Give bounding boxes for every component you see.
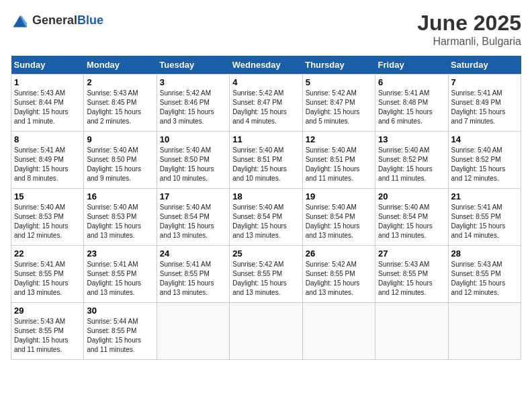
calendar-day-cell: 6Sunrise: 5:41 AMSunset: 8:48 PMDaylight… <box>375 75 448 132</box>
day-number: 20 <box>378 191 445 201</box>
calendar-weekday-header: Saturday <box>448 56 521 75</box>
day-number: 8 <box>14 134 81 144</box>
day-number: 9 <box>87 134 153 144</box>
day-number: 15 <box>14 191 81 201</box>
day-number: 10 <box>160 134 226 144</box>
day-info: Sunrise: 5:40 AMSunset: 8:54 PMDaylight:… <box>160 203 226 240</box>
day-info: Sunrise: 5:40 AMSunset: 8:50 PMDaylight:… <box>87 146 153 183</box>
calendar-day-cell: 12Sunrise: 5:40 AMSunset: 8:51 PMDayligh… <box>302 132 375 189</box>
day-number: 30 <box>87 306 153 316</box>
day-number: 28 <box>451 248 518 259</box>
calendar-weekday-header: Sunday <box>11 56 84 75</box>
day-number: 13 <box>378 134 445 144</box>
calendar-day-cell: 18Sunrise: 5:40 AMSunset: 8:54 PMDayligh… <box>230 189 302 246</box>
day-info: Sunrise: 5:42 AMSunset: 8:55 PMDaylight:… <box>232 260 299 298</box>
day-info: Sunrise: 5:40 AMSunset: 8:54 PMDaylight:… <box>232 203 299 240</box>
day-number: 2 <box>87 77 153 87</box>
day-info: Sunrise: 5:40 AMSunset: 8:50 PMDaylight:… <box>160 146 226 183</box>
day-number: 14 <box>451 134 518 144</box>
day-info: Sunrise: 5:40 AMSunset: 8:51 PMDaylight:… <box>232 146 299 183</box>
day-info: Sunrise: 5:42 AMSunset: 8:47 PMDaylight:… <box>306 89 372 126</box>
day-number: 26 <box>306 248 372 259</box>
calendar-day-cell <box>375 303 448 360</box>
calendar-day-cell: 1Sunrise: 5:43 AMSunset: 8:44 PMDaylight… <box>11 75 84 132</box>
day-info: Sunrise: 5:42 AMSunset: 8:55 PMDaylight:… <box>306 260 372 298</box>
calendar-day-cell: 10Sunrise: 5:40 AMSunset: 8:50 PMDayligh… <box>157 132 229 189</box>
day-number: 27 <box>378 248 445 259</box>
calendar-day-cell: 7Sunrise: 5:41 AMSunset: 8:49 PMDaylight… <box>448 75 521 132</box>
calendar-day-cell: 9Sunrise: 5:40 AMSunset: 8:50 PMDaylight… <box>84 132 157 189</box>
day-info: Sunrise: 5:40 AMSunset: 8:52 PMDaylight:… <box>378 146 445 183</box>
calendar-weekday-header: Friday <box>375 56 448 75</box>
calendar-day-cell: 27Sunrise: 5:43 AMSunset: 8:55 PMDayligh… <box>375 246 448 303</box>
calendar-day-cell <box>302 303 375 360</box>
calendar-week-row: 8Sunrise: 5:41 AMSunset: 8:49 PMDaylight… <box>11 132 521 189</box>
day-number: 1 <box>14 77 81 87</box>
calendar-day-cell <box>230 303 302 360</box>
calendar-day-cell: 13Sunrise: 5:40 AMSunset: 8:52 PMDayligh… <box>375 132 448 189</box>
calendar-day-cell: 23Sunrise: 5:41 AMSunset: 8:55 PMDayligh… <box>84 246 157 303</box>
day-number: 29 <box>14 306 81 316</box>
day-number: 22 <box>14 248 81 259</box>
day-number: 19 <box>306 191 372 201</box>
day-number: 7 <box>451 77 518 87</box>
calendar-table: SundayMondayTuesdayWednesdayThursdayFrid… <box>11 56 521 360</box>
logo: GeneralBlue <box>11 11 103 30</box>
day-number: 5 <box>306 77 372 87</box>
day-info: Sunrise: 5:41 AMSunset: 8:49 PMDaylight:… <box>451 89 518 126</box>
day-number: 11 <box>232 134 299 144</box>
calendar-day-cell: 21Sunrise: 5:41 AMSunset: 8:55 PMDayligh… <box>448 189 521 246</box>
calendar-day-cell: 2Sunrise: 5:43 AMSunset: 8:45 PMDaylight… <box>84 75 157 132</box>
calendar-day-cell: 5Sunrise: 5:42 AMSunset: 8:47 PMDaylight… <box>302 75 375 132</box>
calendar-day-cell: 4Sunrise: 5:42 AMSunset: 8:47 PMDaylight… <box>230 75 302 132</box>
location-title: Harmanli, Bulgaria <box>417 36 521 48</box>
day-info: Sunrise: 5:41 AMSunset: 8:49 PMDaylight:… <box>14 146 81 183</box>
day-number: 18 <box>232 191 299 201</box>
calendar-day-cell <box>157 303 229 360</box>
day-number: 21 <box>451 191 518 201</box>
title-area: June 2025 Harmanli, Bulgaria <box>417 11 521 48</box>
calendar-weekday-header: Wednesday <box>230 56 302 75</box>
month-year-title: June 2025 <box>417 11 521 36</box>
calendar-day-cell: 25Sunrise: 5:42 AMSunset: 8:55 PMDayligh… <box>230 246 302 303</box>
calendar-day-cell: 19Sunrise: 5:40 AMSunset: 8:54 PMDayligh… <box>302 189 375 246</box>
calendar-day-cell: 17Sunrise: 5:40 AMSunset: 8:54 PMDayligh… <box>157 189 229 246</box>
calendar-day-cell: 30Sunrise: 5:44 AMSunset: 8:55 PMDayligh… <box>84 303 157 360</box>
calendar-day-cell: 29Sunrise: 5:43 AMSunset: 8:55 PMDayligh… <box>11 303 84 360</box>
calendar-day-cell: 14Sunrise: 5:40 AMSunset: 8:52 PMDayligh… <box>448 132 521 189</box>
logo-text-blue: Blue <box>77 13 103 27</box>
logo-text-general: General <box>32 13 77 27</box>
day-info: Sunrise: 5:43 AMSunset: 8:55 PMDaylight:… <box>14 317 81 355</box>
day-info: Sunrise: 5:42 AMSunset: 8:47 PMDaylight:… <box>232 89 299 126</box>
day-number: 17 <box>160 191 226 201</box>
day-number: 23 <box>87 248 153 259</box>
day-info: Sunrise: 5:42 AMSunset: 8:46 PMDaylight:… <box>160 89 226 126</box>
day-info: Sunrise: 5:40 AMSunset: 8:53 PMDaylight:… <box>14 203 81 240</box>
calendar-day-cell: 16Sunrise: 5:40 AMSunset: 8:53 PMDayligh… <box>84 189 157 246</box>
calendar-body: 1Sunrise: 5:43 AMSunset: 8:44 PMDaylight… <box>11 75 521 360</box>
calendar-header-row: SundayMondayTuesdayWednesdayThursdayFrid… <box>11 56 521 75</box>
calendar-day-cell: 15Sunrise: 5:40 AMSunset: 8:53 PMDayligh… <box>11 189 84 246</box>
day-number: 6 <box>378 77 445 87</box>
calendar-day-cell: 26Sunrise: 5:42 AMSunset: 8:55 PMDayligh… <box>302 246 375 303</box>
day-number: 25 <box>232 248 299 259</box>
day-info: Sunrise: 5:40 AMSunset: 8:54 PMDaylight:… <box>378 203 445 240</box>
calendar-week-row: 15Sunrise: 5:40 AMSunset: 8:53 PMDayligh… <box>11 189 521 246</box>
day-number: 4 <box>232 77 299 87</box>
calendar-day-cell: 22Sunrise: 5:41 AMSunset: 8:55 PMDayligh… <box>11 246 84 303</box>
calendar-week-row: 22Sunrise: 5:41 AMSunset: 8:55 PMDayligh… <box>11 246 521 303</box>
calendar-weekday-header: Thursday <box>302 56 375 75</box>
day-number: 3 <box>160 77 226 87</box>
calendar-day-cell: 11Sunrise: 5:40 AMSunset: 8:51 PMDayligh… <box>230 132 302 189</box>
logo-icon <box>11 11 30 30</box>
calendar-day-cell <box>448 303 521 360</box>
day-info: Sunrise: 5:41 AMSunset: 8:48 PMDaylight:… <box>378 89 445 126</box>
day-info: Sunrise: 5:43 AMSunset: 8:55 PMDaylight:… <box>451 260 518 298</box>
calendar-day-cell: 20Sunrise: 5:40 AMSunset: 8:54 PMDayligh… <box>375 189 448 246</box>
day-info: Sunrise: 5:41 AMSunset: 8:55 PMDaylight:… <box>14 260 81 298</box>
day-info: Sunrise: 5:43 AMSunset: 8:45 PMDaylight:… <box>87 89 153 126</box>
calendar-day-cell: 8Sunrise: 5:41 AMSunset: 8:49 PMDaylight… <box>11 132 84 189</box>
day-info: Sunrise: 5:43 AMSunset: 8:55 PMDaylight:… <box>378 260 445 298</box>
day-info: Sunrise: 5:43 AMSunset: 8:44 PMDaylight:… <box>14 89 81 126</box>
calendar-day-cell: 24Sunrise: 5:41 AMSunset: 8:55 PMDayligh… <box>157 246 229 303</box>
